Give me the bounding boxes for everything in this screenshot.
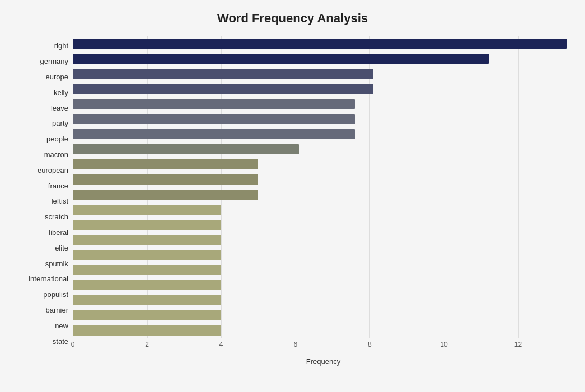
bar-row: [73, 37, 574, 50]
bar: [73, 159, 258, 169]
y-label: france: [48, 179, 68, 192]
bar-row: [73, 173, 574, 186]
y-label: kelly: [54, 86, 68, 99]
bar: [73, 205, 221, 215]
x-tick: 6: [293, 341, 297, 348]
bar: [73, 295, 221, 305]
x-tick: 0: [71, 341, 75, 348]
x-tick: 10: [440, 341, 447, 348]
y-label: state: [53, 334, 68, 348]
bar: [73, 144, 299, 154]
bar: [73, 190, 258, 200]
bars-and-xaxis: 024681012 Frequency: [73, 36, 574, 366]
bar: [73, 235, 221, 245]
x-tick: 4: [219, 341, 223, 348]
bar-row: [73, 324, 574, 337]
bar: [73, 220, 221, 230]
bar: [73, 129, 355, 139]
bar-row: [73, 219, 574, 231]
y-label: people: [46, 133, 68, 146]
bar: [73, 69, 373, 79]
y-label: europe: [46, 70, 68, 83]
bar: [73, 114, 355, 124]
bar-row: [73, 188, 574, 201]
bar: [73, 280, 221, 290]
bar-row: [73, 113, 574, 125]
x-axis: 024681012: [73, 338, 574, 355]
bar-row: [73, 264, 574, 276]
x-tick: 8: [368, 341, 372, 348]
bar: [73, 325, 221, 336]
bar-row: [73, 143, 574, 155]
y-axis: rightgermanyeuropekellyleavepartypeoplem…: [11, 36, 73, 366]
y-label: scratch: [45, 210, 68, 224]
x-tick: 2: [145, 341, 149, 348]
y-label: right: [54, 39, 68, 53]
chart-title: Word Frequency Analysis: [11, 11, 574, 26]
bar-row: [73, 279, 574, 291]
bar: [73, 99, 355, 109]
x-axis-label: Frequency: [73, 357, 574, 366]
y-label: international: [29, 272, 68, 286]
bar: [73, 174, 258, 185]
y-label: party: [52, 117, 68, 130]
y-label: new: [55, 319, 68, 332]
bar: [73, 84, 373, 94]
bars-rows: [73, 36, 574, 338]
y-label: european: [38, 163, 68, 177]
bar-row: [73, 249, 574, 261]
x-tick: 12: [514, 341, 522, 348]
bar: [73, 310, 221, 320]
bar-row: [73, 158, 574, 171]
y-label: germany: [40, 55, 68, 68]
bar-row: [73, 53, 574, 65]
bar: [73, 265, 221, 275]
y-label: populist: [43, 288, 68, 301]
bar-row: [73, 83, 574, 95]
chart-container: Word Frequency Analysis rightgermanyeuro…: [0, 0, 585, 392]
y-label: macron: [44, 148, 68, 161]
bar-row: [73, 204, 574, 216]
bar-row: [73, 128, 574, 140]
chart-area: rightgermanyeuropekellyleavepartypeoplem…: [11, 36, 574, 366]
y-label: liberal: [49, 225, 68, 239]
bar-row: [73, 234, 574, 246]
y-label: elite: [55, 241, 68, 254]
bar-row: [73, 98, 574, 110]
bar-row: [73, 294, 574, 306]
bars-area: [73, 36, 574, 338]
bar: [73, 250, 221, 260]
y-label: leave: [51, 101, 68, 115]
bar-row: [73, 309, 574, 322]
bar-row: [73, 68, 574, 80]
y-label: leftist: [52, 195, 68, 208]
y-label: sputnik: [45, 257, 68, 270]
y-label: barnier: [46, 303, 68, 317]
bar: [73, 54, 489, 64]
bar: [73, 39, 567, 49]
